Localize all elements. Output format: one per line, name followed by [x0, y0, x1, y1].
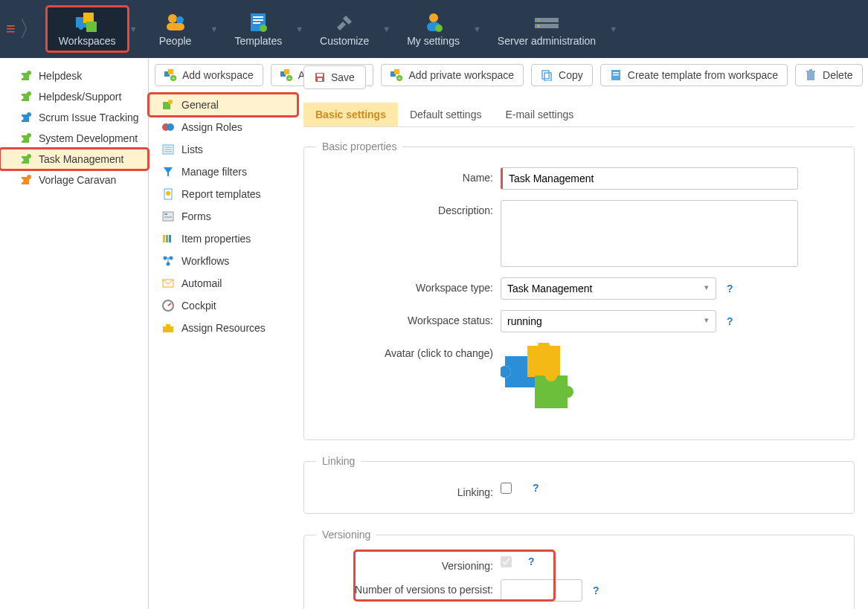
nav-label: People — [159, 35, 192, 47]
setting-item-assign-resources[interactable]: Assign Resources — [149, 317, 298, 339]
chevron-down-icon[interactable]: ▼ — [129, 25, 138, 33]
help-icon[interactable]: ? — [727, 283, 733, 294]
setting-item-cockpit[interactable]: Cockpit — [149, 294, 298, 317]
svg-point-11 — [260, 25, 267, 32]
tree-item-task-management[interactable]: Task Management — [0, 149, 148, 170]
setting-item-label: Assign Resources — [181, 322, 266, 334]
puzzle-icon — [21, 153, 33, 165]
tree-item-label: Helpdesk — [39, 70, 82, 82]
chevron-down-icon[interactable]: ▼ — [382, 25, 390, 33]
puzzle-icon — [21, 91, 33, 103]
legend: Basic properties — [316, 141, 402, 152]
setting-item-label: Cockpit — [181, 300, 216, 312]
svg-point-14 — [435, 25, 443, 32]
svg-rect-9 — [253, 19, 263, 21]
nav-customize[interactable]: Customize — [308, 7, 381, 51]
tab-default-settings[interactable]: Default settings — [398, 103, 494, 126]
puzzle-icon — [21, 174, 33, 186]
puzzle-green-icon — [162, 99, 174, 111]
setting-item-forms[interactable]: Forms — [149, 205, 298, 228]
help-icon[interactable]: ? — [593, 584, 599, 596]
mail-icon — [162, 277, 174, 289]
help-icon[interactable]: ? — [528, 555, 535, 567]
help-icon[interactable]: ? — [727, 315, 733, 327]
workspaces-icon — [75, 11, 99, 33]
save-icon — [315, 72, 325, 83]
save-button[interactable]: Save — [303, 65, 366, 89]
tab-basic-settings[interactable]: Basic settings — [303, 103, 398, 126]
versioning-checkbox[interactable] — [501, 556, 512, 567]
user-settings-icon — [422, 11, 446, 33]
svg-line-80 — [168, 303, 171, 306]
templates-icon — [246, 11, 270, 33]
svg-point-18 — [537, 25, 539, 28]
nav-workspaces[interactable]: Workspaces — [47, 7, 128, 51]
help-icon[interactable]: ? — [533, 482, 539, 494]
setting-item-item-properties[interactable]: Item properties — [149, 228, 298, 250]
nav-my-settings[interactable]: My settings — [395, 7, 472, 51]
linking-fieldset: Linking Linking: ? — [303, 455, 855, 514]
svg-rect-82 — [166, 324, 170, 327]
nav-label: Server administration — [498, 35, 596, 47]
svg-rect-2 — [86, 22, 97, 32]
chevron-down-icon[interactable]: ▼ — [609, 25, 617, 33]
setting-item-automail[interactable]: Automail — [149, 272, 298, 294]
svg-rect-10 — [253, 22, 260, 24]
chevron-down-icon[interactable]: ▼ — [473, 25, 481, 33]
setting-item-label: Automail — [181, 277, 222, 289]
tree-item-vorlage-caravan[interactable]: Vorlage Caravan — [0, 170, 148, 190]
description-input[interactable] — [501, 200, 798, 267]
workspace-type-select[interactable] — [501, 277, 716, 300]
tree-item-helpdesk-support[interactable]: Helpdesk/Support — [0, 86, 148, 107]
svg-rect-8 — [253, 16, 263, 18]
setting-item-manage-filters[interactable]: Manage filters — [149, 161, 298, 183]
setting-item-report-templates[interactable]: Report templates — [149, 183, 298, 205]
svg-point-66 — [166, 191, 170, 196]
tree-item-system-development[interactable]: System Development — [0, 128, 148, 149]
nav-label: Workspaces — [59, 35, 116, 47]
chevron-down-icon[interactable]: ▼ — [295, 25, 303, 33]
tree-item-label: System Development — [39, 132, 138, 144]
legend: Versioning — [316, 529, 376, 541]
versions-persist-input[interactable] — [501, 579, 582, 602]
svg-rect-70 — [163, 235, 165, 242]
setting-item-workflows[interactable]: Workflows — [149, 250, 298, 272]
setting-item-label: Lists — [181, 144, 203, 155]
svg-rect-84 — [317, 74, 323, 77]
workspace-tree: HelpdeskHelpdesk/SupportScrum Issue Trac… — [0, 58, 149, 609]
setting-item-label: Forms — [181, 210, 211, 222]
tree-item-helpdesk[interactable]: Helpdesk — [0, 65, 148, 86]
workflow-icon — [162, 255, 174, 267]
tab-label: Basic settings — [315, 109, 386, 120]
svg-point-92 — [562, 386, 573, 398]
svg-point-40 — [27, 71, 31, 75]
tree-item-scrum-issue-tracking[interactable]: Scrum Issue Tracking — [0, 107, 148, 128]
versioning-fieldset: Versioning Versioning: ? Number of versi… — [303, 529, 855, 609]
nav-server-admin[interactable]: Server administration — [486, 7, 608, 51]
setting-item-assign-roles[interactable]: Assign Roles — [149, 116, 298, 138]
svg-point-4 — [168, 14, 177, 23]
versions-persist-label: Number of versions to persist: — [316, 579, 501, 596]
form-icon — [162, 210, 174, 222]
avatar-picker[interactable] — [501, 343, 582, 417]
tree-item-label: Task Management — [39, 153, 123, 165]
linking-label: Linking: — [316, 482, 501, 498]
name-input[interactable] — [501, 167, 798, 190]
setting-item-general[interactable]: General — [149, 94, 298, 116]
tab-email-settings[interactable]: E-mail settings — [493, 103, 585, 126]
setting-item-lists[interactable]: Lists — [149, 138, 298, 161]
svg-point-12 — [429, 13, 438, 22]
nav-people[interactable]: People — [142, 7, 209, 51]
workspace-status-select[interactable] — [501, 310, 716, 332]
svg-point-3 — [79, 25, 83, 30]
hamburger-icon[interactable]: ≡ — [6, 19, 16, 39]
linking-checkbox[interactable] — [501, 483, 512, 494]
nav-templates[interactable]: Templates — [222, 7, 294, 51]
chevron-down-icon[interactable]: ▼ — [210, 25, 219, 33]
setting-item-label: Manage filters — [181, 166, 247, 178]
puzzle-icon — [21, 70, 33, 82]
svg-rect-69 — [164, 216, 172, 218]
svg-point-5 — [176, 16, 184, 24]
svg-rect-1 — [83, 13, 94, 23]
props-icon — [162, 233, 174, 245]
